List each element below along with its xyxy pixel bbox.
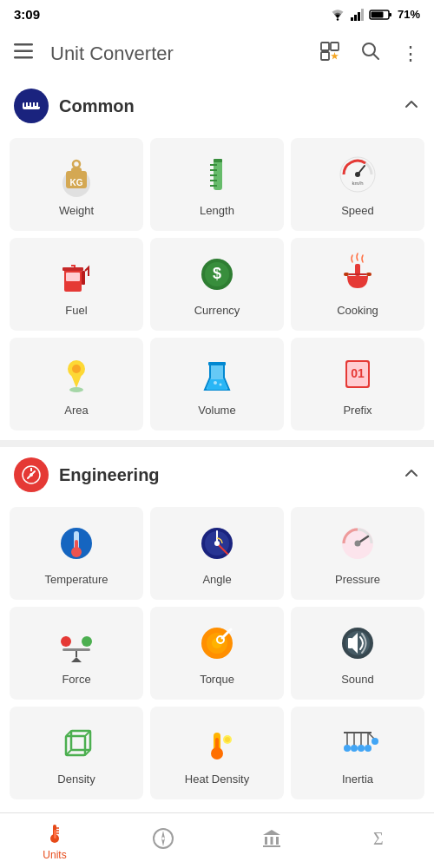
nav-item-bank[interactable]	[247, 820, 297, 862]
svg-rect-9	[14, 50, 33, 53]
svg-point-61	[30, 473, 33, 477]
more-options-button[interactable]: ⋮	[398, 39, 424, 69]
svg-rect-76	[62, 648, 90, 651]
svg-point-105	[351, 745, 358, 752]
svg-point-50	[72, 365, 81, 373]
svg-rect-20	[31, 102, 33, 107]
signal-icon	[351, 9, 365, 21]
common-section-header[interactable]: Common	[0, 78, 434, 134]
svg-point-51	[69, 387, 83, 392]
bank-nav-icon	[260, 827, 283, 853]
status-icons: 71%	[330, 8, 420, 21]
grid-item-length[interactable]: Length	[150, 138, 284, 231]
prefix-label: Prefix	[343, 404, 372, 417]
units-nav-icon	[43, 821, 66, 847]
svg-point-79	[82, 636, 92, 647]
temperature-icon	[54, 521, 99, 566]
svg-rect-88	[348, 638, 352, 648]
grid-item-area[interactable]: Area	[10, 338, 143, 431]
svg-rect-13	[321, 52, 329, 60]
status-time: 3:09	[14, 7, 40, 22]
svg-marker-118	[161, 831, 165, 838]
svg-point-70	[214, 541, 220, 546]
menu-button[interactable]	[10, 40, 36, 67]
sound-label: Sound	[341, 673, 374, 686]
grid-item-prefix[interactable]: 01 Prefix	[291, 338, 424, 431]
torque-label: Torque	[200, 673, 234, 686]
svg-marker-119	[161, 838, 165, 846]
common-section-title: Common	[59, 96, 392, 116]
nav-item-units[interactable]: Units	[29, 814, 80, 868]
grid-item-speed[interactable]: km/h Speed	[291, 138, 424, 231]
common-chevron-icon[interactable]	[403, 95, 420, 117]
svg-marker-75	[71, 657, 82, 662]
svg-rect-122	[270, 837, 273, 845]
sound-icon	[335, 621, 380, 666]
svg-marker-14	[331, 52, 339, 59]
force-label: Force	[62, 673, 90, 686]
wifi-icon	[330, 9, 345, 21]
engineering-section-title: Engineering	[59, 465, 392, 485]
prefix-icon: 01	[335, 352, 380, 397]
sigma-nav-icon: Σ	[369, 827, 391, 853]
currency-label: Currency	[194, 304, 240, 317]
pressure-icon	[335, 521, 380, 566]
search-button[interactable]	[358, 38, 384, 69]
weight-icon: KG	[54, 152, 99, 197]
battery-percent: 71%	[398, 8, 420, 21]
inertia-icon	[335, 720, 380, 766]
grid-item-inertia[interactable]: Inertia	[291, 707, 424, 799]
svg-rect-21	[35, 102, 36, 106]
svg-rect-7	[371, 11, 383, 17]
grid-item-density[interactable]: Density	[10, 707, 143, 799]
grid-item-fuel[interactable]: Fuel	[10, 238, 143, 331]
engineering-chevron-icon[interactable]	[403, 464, 420, 486]
svg-point-109	[372, 738, 378, 745]
density-label: Density	[57, 773, 95, 786]
engineering-section-icon	[14, 457, 49, 492]
nav-item-compass[interactable]	[138, 820, 188, 862]
inertia-label: Inertia	[342, 773, 373, 786]
grid-item-currency[interactable]: $ Currency	[150, 238, 284, 331]
angle-icon	[194, 521, 240, 566]
fuel-icon	[54, 252, 99, 297]
svg-rect-41	[82, 271, 85, 285]
area-icon	[54, 352, 99, 397]
status-bar: 3:09 71%	[0, 0, 434, 29]
svg-rect-40	[66, 273, 80, 281]
svg-rect-123	[276, 837, 279, 845]
svg-rect-4	[361, 9, 364, 21]
grid-item-angle[interactable]: Angle	[150, 507, 284, 600]
svg-rect-3	[358, 12, 360, 21]
svg-rect-19	[28, 102, 30, 106]
svg-rect-10	[14, 56, 33, 59]
grid-item-volume[interactable]: Volume	[150, 338, 284, 431]
svg-rect-42	[62, 267, 83, 271]
svg-line-16	[373, 54, 378, 59]
ruler-icon	[21, 95, 42, 116]
svg-rect-8	[14, 43, 33, 46]
engineering-section-header[interactable]: Engineering	[0, 447, 434, 503]
grid-item-sound[interactable]: Sound	[291, 607, 424, 700]
grid-item-weight[interactable]: KG Weight	[10, 138, 143, 231]
svg-point-99	[225, 737, 230, 742]
grid-item-torque[interactable]: Torque	[150, 607, 284, 700]
grid-item-heatdensity[interactable]: Heat Density	[150, 707, 284, 799]
grid-item-force[interactable]: Force	[10, 607, 143, 700]
grid-item-temperature[interactable]: Temperature	[10, 507, 143, 600]
grid-item-pressure[interactable]: Pressure	[291, 507, 424, 600]
force-icon	[54, 621, 99, 666]
grid-star-button[interactable]	[316, 37, 344, 69]
heatdensity-icon	[194, 720, 240, 766]
grid-item-cooking[interactable]: Cooking	[291, 238, 424, 331]
svg-rect-31	[210, 169, 217, 171]
svg-point-104	[344, 745, 351, 752]
nav-item-sigma[interactable]: Σ	[355, 820, 405, 862]
svg-marker-120	[263, 830, 280, 835]
length-icon	[194, 152, 240, 197]
svg-text:KG: KG	[70, 178, 83, 187]
svg-rect-65	[75, 540, 78, 554]
volume-icon	[194, 352, 240, 397]
svg-rect-22	[38, 102, 40, 107]
svg-rect-52	[208, 362, 226, 365]
